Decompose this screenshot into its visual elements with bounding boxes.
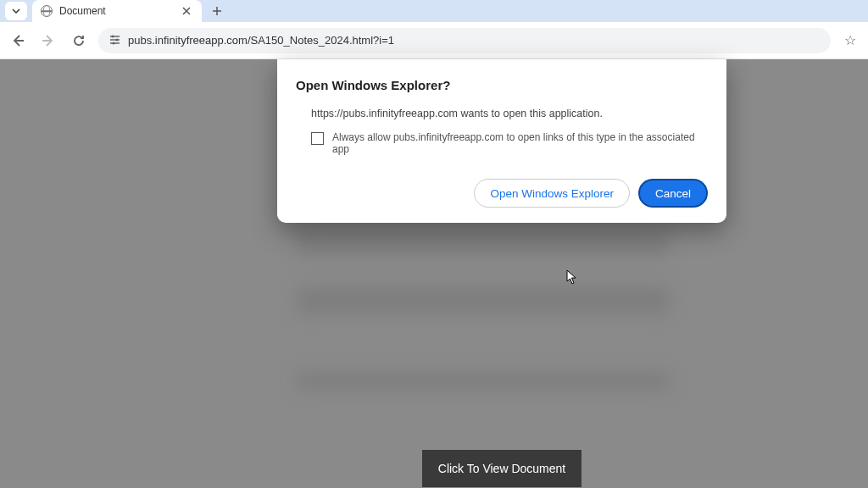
always-allow-label: Always allow pubs.infinityfreeapp.com to… [332, 131, 708, 155]
dialog-title: Open Windows Explorer? [296, 78, 708, 92]
view-document-label: Click To View Document [438, 462, 565, 475]
arrow-left-icon [11, 34, 25, 47]
always-allow-checkbox[interactable] [311, 132, 324, 145]
chevron-down-icon [12, 7, 20, 15]
blurred-content [297, 288, 670, 313]
svg-point-0 [112, 35, 114, 37]
always-allow-row: Always allow pubs.infinityfreeapp.com to… [296, 131, 708, 155]
dialog-actions: Open Windows Explorer Cancel [296, 179, 708, 208]
arrow-right-icon [42, 34, 55, 47]
cancel-button[interactable]: Cancel [638, 179, 708, 208]
open-app-label: Open Windows Explorer [490, 187, 614, 200]
site-settings-icon[interactable] [108, 34, 121, 47]
reload-button[interactable] [68, 30, 90, 52]
protocol-handler-dialog: Open Windows Explorer? https://pubs.infi… [277, 59, 726, 223]
star-icon: ☆ [844, 32, 856, 48]
bookmark-button[interactable]: ☆ [839, 30, 861, 52]
tab-title: Document [59, 5, 173, 17]
browser-tab[interactable]: Document [32, 0, 202, 22]
svg-point-2 [113, 42, 115, 44]
reload-icon [72, 34, 86, 47]
tab-search-dropdown[interactable] [5, 2, 27, 20]
close-tab-button[interactable] [180, 4, 193, 18]
mouse-cursor [566, 269, 578, 288]
new-tab-button[interactable] [207, 1, 227, 21]
dialog-message: https://pubs.infinityfreeapp.com wants t… [296, 108, 708, 119]
svg-point-1 [116, 38, 119, 41]
address-bar[interactable]: pubs.infinityfreeapp.com/SA150_Notes_202… [98, 28, 831, 53]
blurred-content [297, 373, 670, 390]
globe-icon [41, 5, 53, 17]
close-icon [182, 7, 191, 15]
forward-button[interactable] [37, 30, 59, 52]
plus-icon [212, 6, 222, 16]
blurred-content [297, 229, 670, 254]
url-text: pubs.infinityfreeapp.com/SA150_Notes_202… [128, 34, 394, 47]
browser-toolbar: pubs.infinityfreeapp.com/SA150_Notes_202… [0, 22, 868, 59]
tab-bar: Document [0, 0, 868, 22]
view-document-button[interactable]: Click To View Document [422, 450, 581, 487]
cancel-label: Cancel [655, 187, 691, 200]
open-app-button[interactable]: Open Windows Explorer [474, 179, 630, 208]
back-button[interactable] [7, 30, 29, 52]
